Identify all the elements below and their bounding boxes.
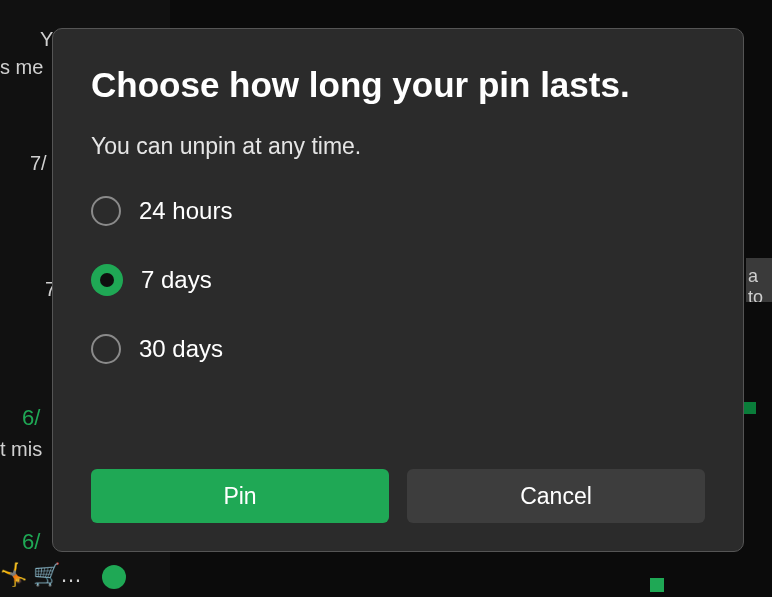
option-30-days[interactable]: 30 days — [91, 334, 705, 364]
bg-green-fragment — [650, 578, 664, 592]
unread-badge — [102, 565, 126, 589]
dialog-actions: Pin Cancel — [91, 469, 705, 523]
option-label: 7 days — [141, 266, 212, 294]
radio-icon-selected — [91, 264, 123, 296]
bg-date-fragment: 6/ — [22, 405, 40, 431]
bg-text-fragment: t mis — [0, 438, 42, 461]
option-7-days[interactable]: 7 days — [91, 264, 705, 296]
radio-icon — [91, 196, 121, 226]
dialog-subtitle: You can unpin at any time. — [91, 133, 705, 160]
bg-right-fragment: a to — [746, 258, 772, 302]
radio-group: 24 hours 7 days 30 days — [91, 196, 705, 364]
bg-text-fragment: 7/ — [30, 152, 47, 175]
pin-duration-dialog: Choose how long your pin lasts. You can … — [52, 28, 744, 552]
option-24-hours[interactable]: 24 hours — [91, 196, 705, 226]
bg-date-fragment: 6/ — [22, 529, 40, 555]
radio-icon — [91, 334, 121, 364]
cancel-button[interactable]: Cancel — [407, 469, 705, 523]
bg-text-fragment: s me — [0, 56, 43, 79]
dialog-title: Choose how long your pin lasts. — [91, 65, 705, 105]
option-label: 24 hours — [139, 197, 232, 225]
option-label: 30 days — [139, 335, 223, 363]
pin-button[interactable]: Pin — [91, 469, 389, 523]
bg-emoji-fragment: 🤸 🛒… — [0, 562, 82, 588]
